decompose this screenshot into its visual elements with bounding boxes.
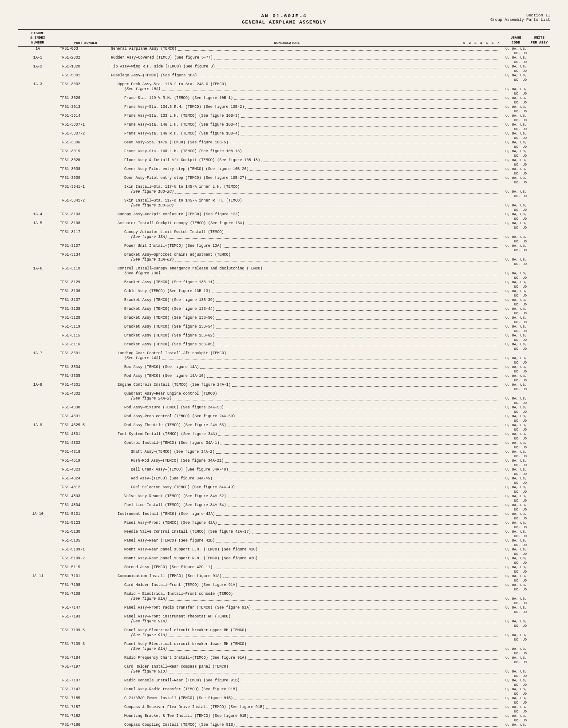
cell-part-number: TF51-3026 xyxy=(58,96,111,101)
cell-usage: U, UA, UB, UC, UD xyxy=(504,212,528,221)
table-row: TF51-7139-5Panel Assy—Electrical circuit… xyxy=(18,628,550,633)
cell-nomenclature: Panel Assy—Electrical circuit breaker up… xyxy=(111,628,504,633)
cell-usage: U, UA, UB, UC, UD xyxy=(504,530,528,538)
table-row: TF51-5001Fuselage Assy—(TEMCO) (See figu… xyxy=(18,73,550,82)
cell-nomenclature: Panel Assy—Rear (TEMCO) (See figure 42B) xyxy=(111,538,504,543)
cell-part-number: TF51-4819 xyxy=(58,459,111,463)
cell-usage: U, UA, UB, UC, UD xyxy=(504,280,528,289)
table-row: TF51-4803Valve Assy Rework (TEMCO) (See … xyxy=(18,494,550,503)
cell-nomenclature: Skin Install—Sta. 117-¾ to 145-⅞ inner L… xyxy=(111,185,504,190)
table-row: TF51-3020Floor Assy & Install—Aft Cockpi… xyxy=(18,158,550,167)
table-row: TF51-7198Card Holder Install—Front (TEMC… xyxy=(18,583,550,592)
table-row: 1A-2TF51-1020Tip Assy—Wing R.H. side (TE… xyxy=(18,64,550,73)
cell-part-number: TF51-7139-5 xyxy=(58,628,111,633)
cell-usage: U, UA, UB, UC, UD xyxy=(504,190,528,198)
cell-nomenclature: Radio Frequency Chart Install—(TEMCO) (S… xyxy=(111,656,504,661)
cell-usage: U, UA, UB, UC, UD xyxy=(504,221,528,230)
cell-usage: U, UA, UB, UC, UD xyxy=(504,714,528,723)
cell-part-number: TF51-3007-2 xyxy=(58,131,111,136)
cell-part-number: TF51-7101 xyxy=(58,574,111,579)
cell-part-number: TF51-3138 xyxy=(58,307,111,312)
cell-nomenclature: Fuel Selector Assy (TEMCO) (See figure 3… xyxy=(111,485,504,490)
cell-figure: 1A-9 xyxy=(18,423,58,428)
cell-usage: U, UA, UB, UC, UD xyxy=(504,289,528,298)
cell-nomenclature: Bell Crank Assy—(TEMCO) (See figure 34A-… xyxy=(111,467,504,472)
cell-figure: 1A-4 xyxy=(18,212,58,217)
group-label: Group Assembly Parts List xyxy=(490,18,550,22)
table-row: TF51-3128Bracket Assy (TEMCO) (See figur… xyxy=(18,316,550,324)
cell-part-number: TF51-3119 xyxy=(58,324,111,329)
cell-nomenclature: (See figure 13B) xyxy=(111,271,504,276)
cell-part-number: TF51-7198 xyxy=(58,583,111,588)
cell-nomenclature: (See figure 91A) xyxy=(111,597,504,601)
cell-nomenclature: Canopy Assy—Cockpit enclosure (TEMCO) (S… xyxy=(111,212,504,217)
cell-nomenclature: Quadrant Assy—Rear Engine control (TEMCO… xyxy=(111,392,504,396)
cell-usage: U, UA, UB, UC, UD xyxy=(504,316,528,324)
cell-nomenclature: Panel Assy—Front (TEMCO) (See figure 42A… xyxy=(111,521,504,526)
table-row: TF51-7182Mounting Bracket & Tee Install … xyxy=(18,714,550,723)
cell-part-number: TF51-3041-1 xyxy=(58,185,111,190)
table-row: TF51-7108Radio — Electrical Install—Fron… xyxy=(18,592,550,597)
table-row: TF51-3305Rod Assy (TEMCO) (See figure 14… xyxy=(18,374,550,383)
cell-usage: U, UA, UB, UC, UD xyxy=(504,669,528,678)
cell-part-number: TF51-3107 xyxy=(58,244,111,249)
cell-nomenclature: Actuator Install—Cockpit canopy (TEMCO) … xyxy=(111,221,504,226)
cell-usage: U, UA, UB, UC, UD xyxy=(504,678,528,687)
table-row: TF51-3041-2Skin Install—Sta. 117-¾ to 14… xyxy=(18,198,550,203)
table-row: 1A-11TF51-7101Communication Install (TEM… xyxy=(18,574,550,583)
cell-part-number: TF51-4812 xyxy=(58,485,111,490)
cell-nomenclature: Panel Assy—Front radio transfer (TEMCO) … xyxy=(111,605,504,610)
cell-part-number: TF51-3137 xyxy=(58,298,111,303)
cell-figure: 1A-1 xyxy=(18,55,58,60)
cell-nomenclature: Shroud Assy—(TEMCO) (See figure 42C-11) xyxy=(111,565,504,570)
cell-usage: U, UA, UB, UC, UD xyxy=(504,298,528,307)
table-row: (See figure 10A)U, UA, UB, UC, UD xyxy=(18,87,550,96)
cell-part-number: TF51-3301 xyxy=(58,351,111,356)
table-row: 1A-3TF51-3002Upper Deck Assy—Sta. 118.2 … xyxy=(18,82,550,87)
cell-usage: U, UA, UB, UC, UD xyxy=(504,333,528,342)
table-row: TF51-3026Frame—Sta. 119-¼ R.H. (TEMCO) (… xyxy=(18,96,550,105)
cell-usage: U, UA, UB, UC, UD xyxy=(504,55,528,64)
cell-usage: U, UA, UB, UC, UD xyxy=(504,538,528,547)
table-row: (See figure 10B-28)U, UA, UB, UC, UD xyxy=(18,190,550,198)
cell-usage: U, UA, UB, UC, UD xyxy=(504,450,528,459)
table-row: TF51-3304Box Assy (TEMCO) (See figure 14… xyxy=(18,365,550,374)
table-row: TF51-5105Panel Assy—Rear (TEMCO) (See fi… xyxy=(18,538,550,547)
cell-nomenclature: C-21/ARA9 Power Install—(TEMCO) (See fig… xyxy=(111,696,504,701)
table-row: 1A-4TF51-3103Canopy Assy—Cockpit enclosu… xyxy=(18,212,550,221)
table-row: TF51-3014Frame Assy—Sta. 133 L.H. (TEMCO… xyxy=(18,114,550,123)
table-row: TF51-3115Bracket Assy (TEMCO) (See figur… xyxy=(18,333,550,342)
cell-part-number: TF51-4801 xyxy=(58,432,111,437)
cell-part-number: TF51-4818 xyxy=(58,450,111,455)
cell-nomenclature: Frame—Sta. 119-¼ R.H. (TEMCO) (See figur… xyxy=(111,96,504,101)
table-row: TF51-3107Power Unit Install—(TEMCO) (See… xyxy=(18,244,550,253)
cell-nomenclature: Push-Rod Assy—(TEMCO) (See figure 34A-21… xyxy=(111,459,504,463)
table-row: TF51-7193Panel Assy—Front instrument rhe… xyxy=(18,614,550,619)
cell-part-number: TF51-3305 xyxy=(58,374,111,379)
table-row: TF51-4804Fuel Line Install (TEMCO) (See … xyxy=(18,503,550,512)
cell-part-number: TF51-4804 xyxy=(58,503,111,508)
cell-nomenclature: Engine Controls Install (TEMCO) (See fig… xyxy=(111,383,504,388)
cell-usage: U, UA, UB, UC, UD xyxy=(504,257,528,266)
cell-nomenclature: Rod Assy—Throttle (TEMCO) (See figure 24… xyxy=(111,423,504,428)
table-row: (See figure 13B)U, UA, UB, UC, UD xyxy=(18,271,550,280)
cell-usage: U, UA, UB, UC, UD xyxy=(504,356,528,365)
cell-part-number: TF51-4301 xyxy=(58,383,111,388)
doc-title: GENERAL AIRPLANE ASSEMBLY xyxy=(18,20,550,25)
cell-nomenclature: (See figure 24A-2) xyxy=(111,396,504,401)
cell-nomenclature: (See figure 13A-62) xyxy=(111,257,504,262)
fig-header: FIGURE& INDEXNUMBER xyxy=(18,31,58,45)
parts-table: FIGURE& INDEXNUMBER PART NUMBER NOMENCLA… xyxy=(18,29,550,728)
table-row: TF51-7139-3Panel Assy—Electrical circuit… xyxy=(18,642,550,647)
table-row: TF51-7107Radio Console Install—Rear (TEM… xyxy=(18,678,550,687)
cell-nomenclature: (See figure 14A) xyxy=(111,356,504,361)
cell-nomenclature: Bracket Assy (TEMCO) (See figure 13B-44) xyxy=(111,307,504,312)
cell-usage: U, UA, UB, UC, UD xyxy=(504,605,528,614)
cell-part-number: TF51-3020 xyxy=(58,158,111,163)
cell-part-number: TF51-4302 xyxy=(58,392,111,396)
table-row: TF51-5123Panel Assy—Front (TEMCO) (See f… xyxy=(18,521,550,530)
cell-part-number: TF51-3129 xyxy=(58,280,111,285)
cell-nomenclature: Box Assy (TEMCO) (See figure 14A) xyxy=(111,365,504,370)
cell-usage: U, UA, UB, UC, UD xyxy=(504,307,528,316)
cell-figure: 1A-2 xyxy=(18,64,58,69)
